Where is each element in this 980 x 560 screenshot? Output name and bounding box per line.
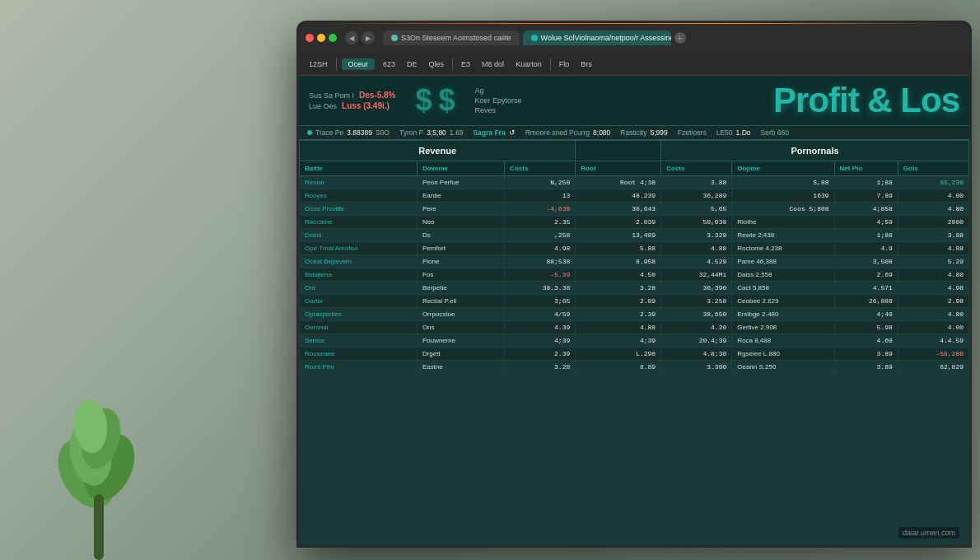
forward-button[interactable]: ▶ xyxy=(362,31,375,44)
cell-239: 2.39 xyxy=(576,308,661,321)
cell-388: 3.88 xyxy=(898,229,968,242)
toolbar-item-qles: Qles xyxy=(426,58,448,70)
tab-1[interactable]: S3On Steseem Aoimstosed caiite xyxy=(383,30,520,45)
cell-26888: 26,888 xyxy=(834,295,898,308)
col-doveme: Doveme xyxy=(417,161,504,176)
cell-rectial: Rectial P.ell xyxy=(417,295,504,308)
cell-20439: 20.4;39 xyxy=(661,334,732,348)
cell-529: 5.29 xyxy=(898,255,968,268)
cell-8958: 8.958 xyxy=(576,255,661,268)
info-refresh-icon[interactable]: ↺ xyxy=(509,128,516,137)
watermark: daiar.umen.com xyxy=(898,527,959,539)
cell-565: 5,65 xyxy=(661,203,732,216)
info-label-2: Tyron P xyxy=(399,128,423,137)
info-bar: Trace Pe 3.88389 S0O Tyron P 3;5;80 1.69… xyxy=(299,126,969,140)
cell-s5230: S5,230 xyxy=(898,176,968,189)
maximize-btn[interactable] xyxy=(329,34,337,42)
stat-1: Sus Sa Pom I Des-5.8% xyxy=(309,91,396,100)
spreadsheet-wrapper[interactable]: Revenue Pornornals Baitie Doveme Costs R… xyxy=(299,140,969,532)
oceur-button[interactable]: Oceur xyxy=(342,58,376,70)
cell-2039: 2.039 xyxy=(576,216,661,229)
cell-488d: 4;39 xyxy=(576,334,661,348)
stat1-value: Des-5.8% xyxy=(359,91,395,100)
pornornals-header: Pornornals xyxy=(661,141,969,161)
cell-rlothe: Rlothe xyxy=(732,216,834,229)
cell-drgett: Drgett xyxy=(417,348,504,361)
profit-loss-table: Revenue Pornornals Baitie Doveme Costs R… xyxy=(299,140,969,374)
cell-r1: Root 4;38 xyxy=(576,176,661,189)
info-label-6: Fzetioers xyxy=(678,128,707,137)
cell-269: 2.69 xyxy=(834,268,898,282)
cell-ont: Ont xyxy=(300,282,418,295)
col-gols: Gols xyxy=(898,161,968,176)
dollar-icons: $ $ xyxy=(406,83,465,118)
cell-459b: 4/59 xyxy=(505,308,576,321)
cell-3300: 3.300 xyxy=(661,361,732,374)
cell-400b: 4.00 xyxy=(898,321,968,334)
stat2-value: Luss (3.49i.) xyxy=(342,101,390,110)
cell-roca: Roca 8,488 xyxy=(732,334,834,348)
header-subtitle: Ag xyxy=(475,86,763,95)
cell-pouwneme: Pouwneme xyxy=(417,334,504,348)
cell-400: 4.00 xyxy=(898,189,968,203)
cell-789: 7.89 xyxy=(834,189,898,203)
cell-neg58288: -58,288 xyxy=(898,348,968,361)
cell-3258: 3.258 xyxy=(661,295,732,308)
cell-daiss: Daiss 2,558 xyxy=(732,268,834,282)
cell-pemfort: Pemfort xyxy=(417,242,504,255)
cell-188: 1;88 xyxy=(834,176,898,189)
sep-3 xyxy=(550,58,551,71)
cell-4858: 4;858 xyxy=(834,203,898,216)
stat-2: Lue Oes Luss (3.49i.) xyxy=(309,101,396,110)
back-button[interactable]: ◀ xyxy=(345,31,358,44)
cell-belajiena: Belajiena xyxy=(300,268,418,282)
info-label-5: Rasticity xyxy=(620,128,646,137)
cell-459: 4;59 xyxy=(834,216,898,229)
cell-pione: Pione xyxy=(417,255,504,268)
cell-oceat: Oceat Bepevien xyxy=(300,255,418,268)
cell-oeronai: Oeronai xyxy=(300,321,418,334)
cell-488b: 4.88 xyxy=(898,242,968,255)
close-btn[interactable] xyxy=(306,34,314,42)
browser-chrome: ◀ ▶ S3On Steseem Aoimstosed caiite Wolue… xyxy=(299,23,969,53)
new-tab-button[interactable]: + xyxy=(674,32,686,44)
tab-2[interactable]: Wolue SolViolnaoma/netpoo/r Assessinent … xyxy=(523,30,671,45)
info-item-2: Tyron P 3;5;80 1.69 xyxy=(399,128,463,137)
cell-239c: 2.39 xyxy=(505,348,576,361)
cell-48239: 48.239 xyxy=(576,189,661,203)
cell-328b: 3.28 xyxy=(505,361,576,374)
toolbar-item-de: DE xyxy=(404,58,421,70)
stat1-label: Sus Sa Pom I xyxy=(309,91,354,100)
cell-coos5808: Coos 5;808 xyxy=(732,203,834,216)
cell-38338: 38.3.38 xyxy=(505,282,576,295)
cell-439b: 4;39 xyxy=(505,334,576,348)
toolbar-item-623: 623 xyxy=(380,58,399,70)
info-item-3: Sagra Fra ↺ xyxy=(473,128,515,137)
cell-588: 5.88 xyxy=(576,242,661,255)
tab-icon-1 xyxy=(391,35,398,41)
table-row: Ope Tmal Amofoo Pemfort 4.98 5.88 4.88 R… xyxy=(300,242,969,255)
info-item-6: Fzetioers xyxy=(678,128,707,137)
cell-389b: 3.89 xyxy=(834,361,898,374)
header-detail1: Koer Epytorse xyxy=(475,96,763,105)
cell-4529: 4.529 xyxy=(661,255,732,268)
table-row: Oartor Rectial P.ell 3;65 2.89 3.258 Ceo… xyxy=(300,295,969,308)
toolbar-item-12sh: 12SH xyxy=(306,58,331,70)
minimize-btn[interactable] xyxy=(317,34,325,42)
cell-328: 3.28 xyxy=(576,282,661,295)
tab-icon-2 xyxy=(531,35,538,41)
cell-pere: Pere xyxy=(417,203,504,216)
cell-3244mi: 32,44Mi xyxy=(661,268,732,282)
cell-eastne: Eastne xyxy=(417,361,504,374)
cell-2900: 2900 xyxy=(898,216,968,229)
cell-ope: Ope Tmal Amofoo xyxy=(300,242,418,255)
browser-nav: ◀ ▶ xyxy=(345,31,375,44)
info-item-7: LE50 1.Do xyxy=(716,128,751,137)
cell-49: 4.9 xyxy=(834,242,898,255)
cell-doins: Doins xyxy=(300,229,418,242)
cell-neg539: -5.39 xyxy=(505,268,576,282)
cell-450: 4.50 xyxy=(576,268,661,282)
cell-36289: 36,289 xyxy=(661,189,732,203)
cell-rewte: Rewte 2;438 xyxy=(732,229,834,242)
cell-440: 4;40 xyxy=(834,308,898,321)
